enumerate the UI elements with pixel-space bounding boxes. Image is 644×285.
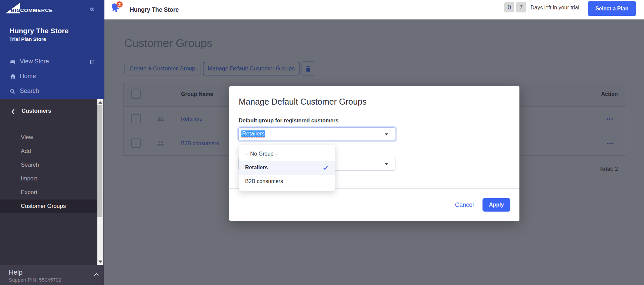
svg-text:COMMERCE: COMMERCE: [20, 7, 53, 13]
svg-text:BIG: BIG: [11, 7, 21, 13]
svg-text:2: 2: [118, 2, 121, 7]
